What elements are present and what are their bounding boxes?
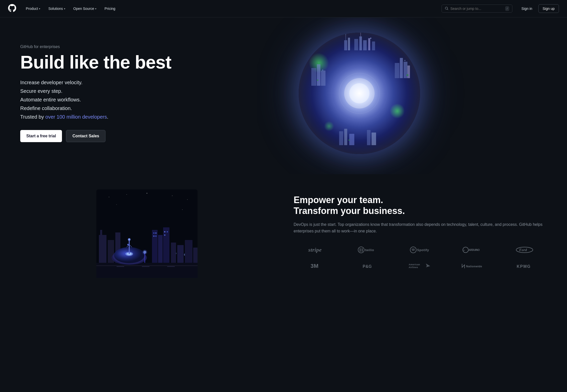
svg-rect-3 xyxy=(359,36,362,50)
nav-open-source[interactable]: Open Source ▾ xyxy=(70,5,100,13)
svg-rect-74 xyxy=(171,243,176,263)
empower-title: Empower your team.Transform your busines… xyxy=(294,194,547,216)
chevron-down-icon: ▾ xyxy=(95,7,96,10)
contact-button[interactable]: Contact Sales xyxy=(66,130,105,142)
svg-rect-77 xyxy=(193,248,198,263)
svg-rect-80 xyxy=(142,266,149,267)
logo-pg: P&G xyxy=(346,260,390,272)
svg-text:ARDUINO: ARDUINO xyxy=(469,249,480,251)
svg-rect-0 xyxy=(344,40,347,50)
svg-point-84 xyxy=(360,248,361,250)
logo-arduino: ∞ ARDUINO xyxy=(450,245,495,255)
nav-pricing[interactable]: Pricing xyxy=(101,5,119,13)
hero-trusted-link[interactable]: over 100 million developers xyxy=(45,114,107,120)
signin-button[interactable]: Sign in xyxy=(518,5,535,13)
svg-text:twilio: twilio xyxy=(365,248,374,252)
svg-point-86 xyxy=(360,250,361,251)
svg-point-89 xyxy=(410,247,416,253)
svg-rect-10 xyxy=(407,66,410,78)
svg-point-36 xyxy=(172,195,172,196)
svg-rect-5 xyxy=(368,38,370,50)
svg-rect-50 xyxy=(129,240,130,254)
nav-solutions[interactable]: Solutions ▾ xyxy=(45,5,69,13)
hero-description: Increase developer velocity. Secure ever… xyxy=(20,78,172,121)
svg-rect-8 xyxy=(400,58,403,78)
svg-text:3M: 3M xyxy=(311,263,319,269)
orb-city-svg xyxy=(299,33,420,154)
building-scene xyxy=(96,189,198,278)
logo-twilio: twilio xyxy=(346,245,390,255)
svg-point-69 xyxy=(142,250,147,255)
svg-point-20 xyxy=(345,33,346,34)
svg-rect-75 xyxy=(177,245,184,263)
empower-description: DevOps is just the start. Top organizati… xyxy=(294,221,547,234)
svg-rect-4 xyxy=(363,40,367,50)
hero-orb xyxy=(299,33,420,154)
svg-rect-7 xyxy=(395,63,399,78)
svg-text:Spotify: Spotify xyxy=(417,248,429,252)
svg-rect-17 xyxy=(367,130,370,145)
chevron-down-icon: ▾ xyxy=(64,7,65,10)
svg-rect-78 xyxy=(96,265,198,266)
logo-stripe: stripe xyxy=(294,245,338,255)
signup-button[interactable]: Sign up xyxy=(538,4,559,13)
logo-3m: 3M xyxy=(294,260,338,272)
svg-point-37 xyxy=(187,199,188,200)
search-shortcut: / xyxy=(505,6,509,11)
svg-rect-6 xyxy=(372,41,375,50)
svg-rect-81 xyxy=(167,266,175,267)
hero-desc-line-1: Increase developer velocity. xyxy=(20,78,172,86)
svg-text:American: American xyxy=(409,263,420,266)
search-icon xyxy=(445,7,448,11)
nav-links: Product ▾ Solutions ▾ Open Source ▾ Pric… xyxy=(22,5,226,13)
empower-section: Empower your team.Transform your busines… xyxy=(0,174,567,298)
svg-rect-11 xyxy=(311,68,316,86)
svg-point-56 xyxy=(128,238,131,241)
svg-rect-65 xyxy=(167,231,168,232)
svg-text:stripe: stripe xyxy=(308,247,322,253)
svg-rect-62 xyxy=(153,235,155,237)
svg-point-35 xyxy=(146,193,147,194)
hero-actions: Start a free trial Contact Sales xyxy=(20,130,172,142)
partner-logos: stripe twilio xyxy=(294,245,547,272)
building-scene-svg xyxy=(96,189,198,278)
hero-visual xyxy=(172,33,547,154)
nav-auth: Sign in Sign up xyxy=(518,4,559,13)
svg-rect-40 xyxy=(96,263,198,278)
svg-rect-16 xyxy=(349,134,354,145)
nav-product[interactable]: Product ▾ xyxy=(22,5,44,13)
empower-visual xyxy=(20,189,273,278)
svg-point-34 xyxy=(126,194,127,195)
svg-rect-63 xyxy=(155,235,157,237)
svg-point-26 xyxy=(404,60,405,61)
search-input[interactable] xyxy=(450,7,503,11)
svg-rect-18 xyxy=(372,133,376,145)
logo-spotify: Spotify xyxy=(398,245,442,255)
hero-desc-line-2: Secure every step. xyxy=(20,87,172,95)
svg-point-83 xyxy=(358,247,364,253)
logo-nationwide: Nationwide xyxy=(450,260,495,272)
empower-content: Empower your team.Transform your busines… xyxy=(294,189,547,272)
trial-button[interactable]: Start a free trial xyxy=(20,130,62,142)
chevron-down-icon: ▾ xyxy=(39,7,40,10)
svg-rect-64 xyxy=(164,231,165,232)
logo-american-airlines: American Airlines xyxy=(398,260,442,272)
hero-section: GitHub for enterprises Build like the be… xyxy=(0,17,567,174)
svg-rect-66 xyxy=(164,234,165,236)
svg-rect-12 xyxy=(317,64,320,86)
github-logo[interactable] xyxy=(8,4,16,13)
svg-rect-15 xyxy=(344,129,347,145)
svg-rect-1 xyxy=(348,38,350,50)
search-bar[interactable]: / xyxy=(442,5,512,13)
hero-trusted-text: Trusted by over 100 million developers. xyxy=(20,113,172,121)
svg-point-23 xyxy=(406,74,408,76)
hero-desc-line-3: Automate entire workflows. xyxy=(20,96,172,104)
svg-rect-41 xyxy=(99,235,106,263)
svg-rect-42 xyxy=(100,230,102,235)
svg-point-29 xyxy=(344,78,375,108)
svg-point-25 xyxy=(322,70,323,71)
svg-point-22 xyxy=(317,79,318,81)
hero-content: GitHub for enterprises Build like the be… xyxy=(20,45,172,142)
svg-point-87 xyxy=(362,250,363,251)
svg-rect-2 xyxy=(354,39,358,50)
